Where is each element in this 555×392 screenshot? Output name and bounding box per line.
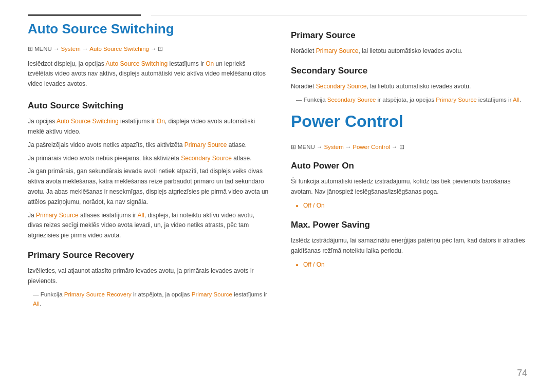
page-number: 74 bbox=[517, 366, 527, 381]
intro-text: Ieslēdzot displeju, ja opcijas Auto Sour… bbox=[28, 59, 270, 89]
menu-path-left: ⊞ MENU → System → Auto Source Switching … bbox=[28, 44, 270, 53]
section-primary-recovery-note: Funkcija Primary Source Recovery ir atsp… bbox=[28, 290, 270, 309]
section-auto-source-title: Auto Source Switching bbox=[28, 99, 270, 113]
content-wrapper: Auto Source Switching ⊞ MENU → System → … bbox=[0, 21, 555, 310]
max-power-saving-title: Max. Power Saving bbox=[291, 218, 527, 232]
section-primary-recovery-text: Izvēlieties, vai atjaunot atlasīto primā… bbox=[28, 266, 270, 287]
top-bar bbox=[0, 14, 555, 16]
top-bar-left-line bbox=[28, 14, 141, 16]
max-power-saving-list: Off / On bbox=[291, 259, 527, 270]
primary-source-title: Primary Source bbox=[291, 28, 527, 42]
max-power-saving-bullet: Off / On bbox=[303, 259, 527, 270]
top-bar-right-line bbox=[151, 15, 527, 15]
max-power-saving-text: Izslēdz izstrādājumu, lai samazinātu ene… bbox=[291, 236, 527, 256]
section-auto-source-p5: Ja Primary Source atlases iestatījums ir… bbox=[28, 211, 270, 241]
section-primary-recovery-title: Primary Source Recovery bbox=[28, 248, 270, 262]
auto-power-on-bullet: Off / On bbox=[303, 200, 527, 211]
right-column: Primary Source Norādiet Primary Source, … bbox=[291, 21, 527, 310]
menu-icon-power: ⊞ bbox=[291, 142, 296, 152]
section-auto-source-p4: Ja gan primārais, gan sekundārais ievada… bbox=[28, 166, 270, 207]
left-column: Auto Source Switching ⊞ MENU → System → … bbox=[28, 21, 270, 310]
primary-source-text: Norādiet Primary Source, lai lietotu aut… bbox=[291, 46, 527, 57]
section-auto-source-p3: Ja primārais video avots nebūs pieejams,… bbox=[28, 154, 270, 164]
secondary-source-text: Norādiet Secondary Source, lai lietotu a… bbox=[291, 82, 527, 92]
secondary-source-note: Funkcija Secondary Source ir atspējota, … bbox=[291, 95, 527, 104]
section-auto-source-p2: Ja pašreizējais video avots netiks atpaz… bbox=[28, 140, 270, 151]
auto-power-on-text: Šī funkcija automātiski ieslēdz izstrādā… bbox=[291, 177, 527, 197]
auto-power-on-title: Auto Power On bbox=[291, 159, 527, 173]
secondary-source-title: Secondary Source bbox=[291, 64, 527, 78]
page-title: Auto Source Switching bbox=[28, 21, 270, 37]
section-auto-source-p1: Ja opcijas Auto Source Switching iestatī… bbox=[28, 117, 270, 137]
menu-icon: ⊞ bbox=[28, 44, 33, 53]
menu-path-power: ⊞ MENU → System → Power Control → ⊡ bbox=[291, 142, 527, 152]
auto-power-on-list: Off / On bbox=[291, 200, 527, 211]
power-control-title: Power Control bbox=[291, 108, 527, 135]
